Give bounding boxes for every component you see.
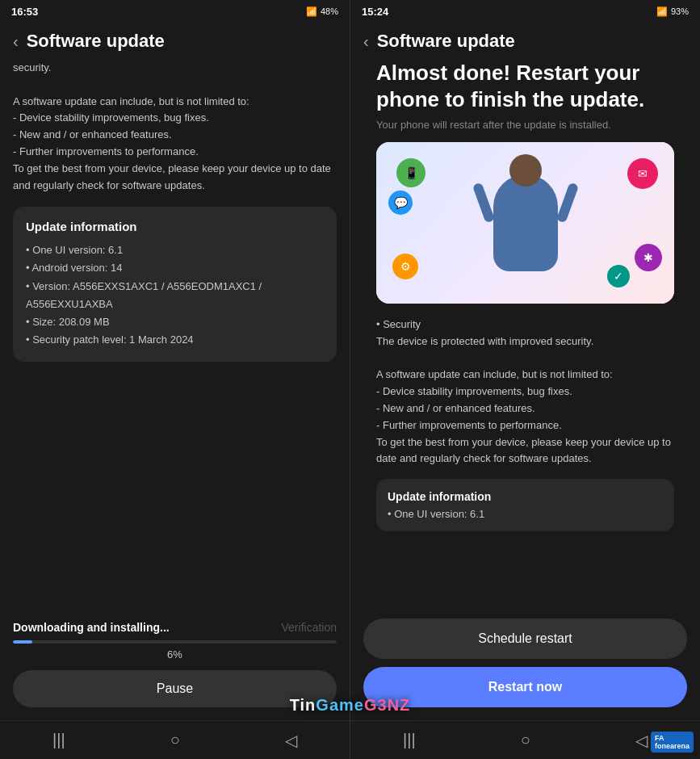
right-description: • SecurityThe device is protected with i… [363, 317, 687, 468]
illustration-arm-left [472, 182, 494, 223]
left-update-info-item-4: • Size: 208.09 MB [26, 313, 324, 331]
progress-percent: 6% [13, 648, 337, 660]
left-nav-back-icon[interactable]: ◁ [285, 731, 297, 750]
left-back-button[interactable]: ‹ [13, 32, 19, 51]
right-bottom-nav: ||| ○ ◁ [350, 720, 700, 759]
bubble-check-icon: ✓ [607, 265, 630, 287]
left-time: 16:53 [11, 6, 38, 18]
right-nav-menu-icon[interactable]: ||| [403, 731, 416, 749]
right-nav-home-icon[interactable]: ○ [521, 731, 530, 749]
watermark: TinGameG3NZ [290, 696, 411, 715]
progress-header: Downloading and installing... Verificati… [13, 621, 337, 634]
illustration-bg: 📱 💬 ⚙ ✉ ✱ ✓ [376, 142, 674, 304]
restart-now-button[interactable]: Restart now [363, 667, 687, 707]
left-update-info-item-1: • One UI version: 6.1 [26, 241, 324, 259]
restart-subtitle: Your phone will restart after the update… [363, 119, 687, 131]
schedule-restart-button[interactable]: Schedule restart [363, 619, 687, 659]
pause-button[interactable]: Pause [13, 670, 337, 707]
left-nav-home-icon[interactable]: ○ [170, 731, 180, 749]
battery-level: 48% [321, 6, 338, 16]
fa-badge: FAfonearena [651, 732, 694, 753]
illustration-card: 📱 💬 ⚙ ✉ ✱ ✓ [376, 142, 674, 304]
illustration-person [493, 174, 558, 271]
downloading-label: Downloading and installing... [13, 621, 170, 634]
watermark-text: TinGameG3NZ [290, 696, 411, 714]
left-status-icons: 📶 48% [306, 6, 338, 17]
left-update-info-item-5: • Security patch level: 1 March 2024 [26, 331, 324, 349]
verification-label: Verification [282, 621, 337, 634]
progress-bar-container [13, 640, 337, 644]
left-page-title: Software update [27, 31, 165, 52]
right-time: 15:24 [362, 6, 388, 18]
bubble-asterisk-icon: ✱ [635, 244, 662, 271]
right-update-info-title: Update information [388, 490, 663, 503]
left-update-info-title: Update information [26, 220, 324, 233]
right-top-bar: ‹ Software update [350, 23, 700, 60]
left-status-bar: 16:53 📶 48% [0, 0, 350, 23]
left-update-info-item-3: • Version: A556EXXS1AXC1 / A556EODM1AXC1… [26, 278, 324, 313]
left-top-bar: ‹ Software update [0, 23, 350, 60]
right-update-info-card: Update information • One UI version: 6.1 [376, 479, 674, 531]
bubble-mail-icon: ✉ [627, 158, 658, 189]
left-screen: 16:53 📶 48% ‹ Software update security.A… [0, 0, 350, 759]
illustration-head [509, 154, 542, 187]
left-nav-menu-icon[interactable]: ||| [52, 731, 65, 749]
progress-bar-fill [13, 640, 32, 644]
bubble-star-icon: ⚙ [392, 254, 418, 279]
left-content-area: security.A software update can include, … [0, 60, 350, 611]
right-content-area: Almost done! Restart your phone to finis… [350, 60, 700, 612]
left-update-info-card: Update information • One UI version: 6.1… [13, 207, 337, 362]
right-nav-back-icon[interactable]: ◁ [635, 731, 648, 750]
right-update-info-item-1: • One UI version: 6.1 [388, 508, 663, 520]
right-back-button[interactable]: ‹ [363, 32, 369, 51]
left-description: security.A software update can include, … [13, 60, 337, 194]
right-battery-level: 93% [671, 6, 689, 16]
right-status-icons: 📶 93% [656, 6, 689, 17]
signal-icon: 📶 [306, 6, 317, 17]
left-bottom-nav: ||| ○ ◁ [0, 720, 350, 759]
illustration-arm-right [555, 182, 578, 223]
right-signal-icon: 📶 [656, 6, 668, 17]
right-status-bar: 15:24 📶 93% [350, 0, 700, 23]
almost-done-title: Almost done! Restart your phone to finis… [363, 60, 687, 112]
bubble-chat-icon: 💬 [388, 191, 413, 215]
right-screen: 15:24 📶 93% ‹ Software update Almost don… [350, 0, 700, 759]
bubble-phone-icon: 📱 [396, 158, 425, 187]
right-page-title: Software update [377, 31, 515, 52]
left-update-info-item-2: • Android version: 14 [26, 259, 324, 277]
